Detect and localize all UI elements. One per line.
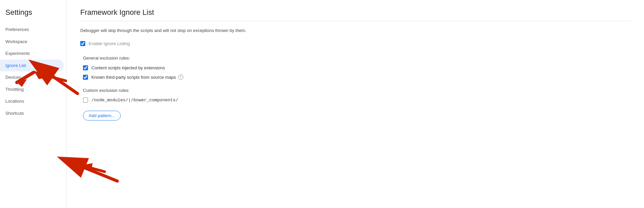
- enable-ignore-listing-label: Enable Ignore Listing: [89, 41, 130, 46]
- third-party-scripts-label: Known third-party scripts from source ma…: [91, 74, 183, 80]
- sidebar-item-throttling[interactable]: Throttling: [0, 83, 64, 96]
- sidebar-item-locations[interactable]: Locations: [0, 95, 64, 107]
- third-party-scripts-checkbox[interactable]: [83, 75, 88, 80]
- sidebar-item-devices[interactable]: Devices: [0, 71, 64, 83]
- content-scripts-row: Content scripts injected by extensions: [80, 65, 631, 70]
- add-pattern-button[interactable]: Add pattern...: [83, 111, 121, 120]
- sidebar-item-shortcuts[interactable]: Shortcuts: [0, 107, 64, 119]
- main-content: Framework Ignore List Debugger will skip…: [67, 0, 644, 208]
- custom-rule-row: /node_modules/|/bower_components/: [80, 98, 631, 103]
- sidebar-title: Settings: [0, 5, 66, 24]
- enable-listing-row: Enable Ignore Listing: [80, 41, 631, 46]
- custom-section: Custom exclusion rules: /node_modules/|/…: [80, 88, 631, 120]
- page-title: Framework Ignore List: [80, 8, 631, 17]
- description: Debugger will skip through the scripts a…: [80, 28, 631, 33]
- general-exclusion-label: General exclusion rules:: [80, 56, 631, 61]
- custom-exclusion-label: Custom exclusion rules:: [80, 88, 631, 93]
- sidebar: Settings Preferences Workspace Experimen…: [0, 0, 67, 208]
- third-party-scripts-row: Known third-party scripts from source ma…: [80, 74, 631, 80]
- sidebar-item-preferences[interactable]: Preferences: [0, 24, 64, 36]
- content-scripts-label: Content scripts injected by extensions: [91, 65, 165, 70]
- content-scripts-checkbox[interactable]: [83, 65, 88, 70]
- help-icon[interactable]: ?: [178, 74, 183, 80]
- custom-rule-text: /node_modules/|/bower_components/: [91, 98, 178, 103]
- sidebar-item-experiments[interactable]: Experiments: [0, 47, 64, 60]
- sidebar-item-ignore-list[interactable]: Ignore List: [0, 60, 64, 72]
- divider: [80, 21, 631, 21]
- sidebar-item-workspace[interactable]: Workspace: [0, 36, 64, 48]
- enable-ignore-listing-checkbox[interactable]: [80, 41, 85, 46]
- custom-rule-checkbox[interactable]: [83, 98, 88, 103]
